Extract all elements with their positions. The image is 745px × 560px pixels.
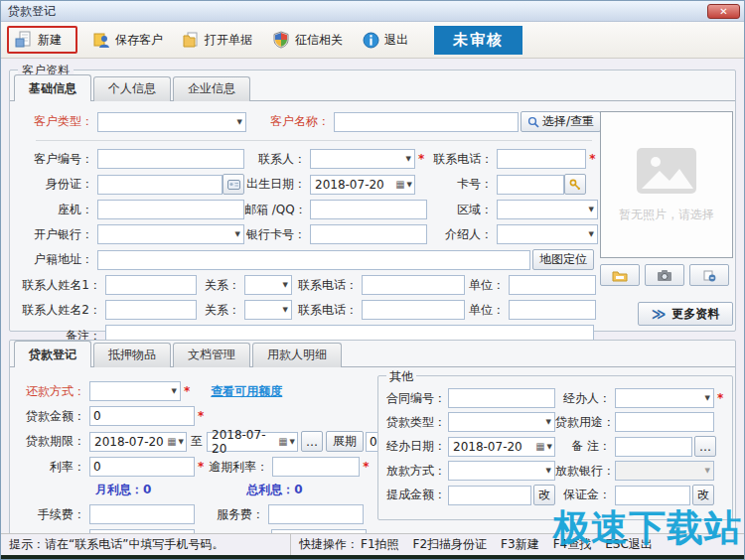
region-select[interactable]: ▼: [497, 200, 598, 219]
credit-related-button[interactable]: 征信相关: [262, 26, 353, 54]
loan-term-label: 贷款期限：: [20, 433, 89, 450]
photo-panel: 暂无照片，请选择: [598, 111, 733, 357]
contact1-name-input[interactable]: [105, 275, 197, 295]
save-customer-button[interactable]: 保存客户: [83, 27, 173, 54]
tab-personal-info[interactable]: 个人信息: [93, 76, 171, 101]
new-button-label: 新建: [38, 32, 62, 49]
email-qq-input[interactable]: [310, 200, 427, 219]
repay-method-select[interactable]: ▼: [89, 381, 181, 401]
note-input[interactable]: [615, 437, 692, 457]
tab-enterprise-info[interactable]: 企业信息: [173, 76, 250, 101]
loan-purpose-label: 贷款用途：: [555, 414, 615, 431]
contact2-name-input[interactable]: [105, 300, 197, 320]
bank-card-input[interactable]: [310, 224, 427, 244]
service-fee-input[interactable]: [268, 504, 364, 524]
customer-code-input[interactable]: [97, 149, 244, 169]
photo-camera-button[interactable]: [645, 264, 684, 286]
chevron-down-icon: ▼: [237, 118, 242, 126]
term-to-picker[interactable]: 2018-07-20 ▦ ▼: [207, 432, 298, 452]
tab-collateral[interactable]: 抵押物品: [93, 343, 171, 367]
term-from-picker[interactable]: 2018-07-20 ▦ ▼: [89, 432, 187, 452]
unit1-input[interactable]: [509, 275, 596, 295]
note-more-button[interactable]: …: [694, 436, 716, 457]
term-more-button[interactable]: …: [301, 431, 323, 452]
contact-phone-input[interactable]: [497, 149, 586, 169]
contact2-phone-label: 联系电话：: [292, 302, 362, 319]
birth-date-label: 出生日期：: [244, 176, 310, 193]
handler-select[interactable]: ▼: [615, 388, 714, 408]
required-mark: *: [198, 409, 204, 423]
loan-type-select[interactable]: ▼: [448, 412, 555, 432]
customer-name-input[interactable]: [334, 112, 519, 132]
photo-browse-button[interactable]: [600, 264, 640, 286]
id-card-scan-button[interactable]: [223, 174, 244, 195]
contact-combo[interactable]: ▼: [310, 149, 415, 169]
overdue-rate-input[interactable]: [272, 457, 360, 477]
bank-select[interactable]: ▼: [97, 224, 244, 244]
rate-input[interactable]: [89, 457, 195, 477]
region-label: 区域：: [427, 202, 497, 218]
repay-method-label: 还款方式：: [20, 383, 89, 400]
service-fee-label: 服务费：: [195, 506, 268, 523]
search-icon: [527, 116, 539, 128]
open-document-button[interactable]: 打开单据: [173, 27, 262, 54]
more-info-button[interactable]: ≫ 更多资料: [638, 302, 733, 326]
loan-type-label: 贷款类型：: [386, 414, 448, 431]
tab-loan-registration[interactable]: 贷款登记: [14, 341, 91, 367]
contact1-phone-input[interactable]: [362, 275, 465, 295]
contract-no-input[interactable]: [448, 388, 555, 408]
unit2-input[interactable]: [509, 300, 596, 320]
card-number-input[interactable]: [497, 175, 564, 195]
exit-button[interactable]: 退出: [353, 27, 418, 54]
deposit-input[interactable]: [615, 486, 690, 505]
customer-tab-body: 客户类型： ▼ 客户名称： 选择/查重: [10, 101, 735, 357]
calendar-icon: ▦: [278, 436, 287, 447]
new-button[interactable]: 新建: [7, 26, 77, 54]
chevron-down-icon: ▼: [546, 418, 551, 426]
commission-change-button[interactable]: 改: [533, 485, 555, 505]
required-mark: *: [418, 152, 424, 166]
handling-fee-label: 手续费：: [20, 506, 89, 523]
introducer-select[interactable]: ▼: [497, 224, 598, 244]
map-locate-button[interactable]: 地图定位: [532, 249, 594, 270]
customer-type-select[interactable]: ▼: [97, 112, 246, 132]
disburse-method-select[interactable]: ▼: [448, 461, 555, 481]
loan-purpose-input[interactable]: [615, 412, 714, 432]
chevron-down-icon: ▼: [406, 155, 411, 163]
relation2-select[interactable]: ▼: [244, 300, 292, 320]
commission-input[interactable]: [448, 486, 531, 505]
tab-borrower-details[interactable]: 用款人明细: [252, 343, 342, 367]
tab-basic-info[interactable]: 基础信息: [14, 74, 91, 101]
card-read-button[interactable]: [564, 174, 586, 195]
photo-buttons: [600, 264, 733, 286]
address-input[interactable]: [97, 250, 530, 270]
photo-placeholder-box[interactable]: 暂无照片，请选择: [600, 111, 733, 258]
landline-input[interactable]: [97, 200, 244, 219]
deposit-change-button[interactable]: 改: [692, 485, 714, 505]
credit-limit-link[interactable]: 查看可用额度: [211, 383, 282, 400]
select-dedupe-button[interactable]: 选择/查重: [521, 111, 601, 132]
toolbar: 新建 保存客户 打开单据 征信相关: [1, 22, 744, 59]
save-customer-label: 保存客户: [115, 32, 163, 49]
close-button[interactable]: ✕: [707, 4, 740, 19]
extension-button[interactable]: 展期: [326, 431, 364, 452]
other-group-title: 其他: [386, 368, 416, 385]
handling-fee-input[interactable]: [89, 504, 195, 524]
save-customer-icon: [93, 32, 110, 49]
unit2-label: 单位：: [465, 302, 509, 319]
contact2-phone-input[interactable]: [362, 300, 465, 320]
contact-phone-label: 联系电话：: [427, 151, 497, 168]
relation1-select[interactable]: ▼: [244, 275, 292, 295]
disburse-bank-select[interactable]: ▼: [615, 461, 714, 481]
chevron-down-icon: ▼: [589, 206, 594, 213]
other-group: 其他 合同编号： 经办人： ▼ * 贷款类型： ▼: [377, 375, 733, 520]
handle-date-picker[interactable]: 2018-07-20 ▦ ▼: [448, 437, 555, 457]
tab-document-management[interactable]: 文档管理: [173, 343, 250, 367]
note-label: 备 注：: [555, 438, 615, 455]
id-card-input[interactable]: [97, 175, 223, 195]
deposit-label: 保证金：: [555, 487, 615, 503]
term-to-value: 2018-07-20: [212, 428, 278, 456]
photo-delete-button[interactable]: [689, 264, 729, 286]
loan-amount-input[interactable]: [89, 406, 195, 426]
birth-date-picker[interactable]: 2018-07-20 ▦ ▼: [310, 175, 415, 195]
